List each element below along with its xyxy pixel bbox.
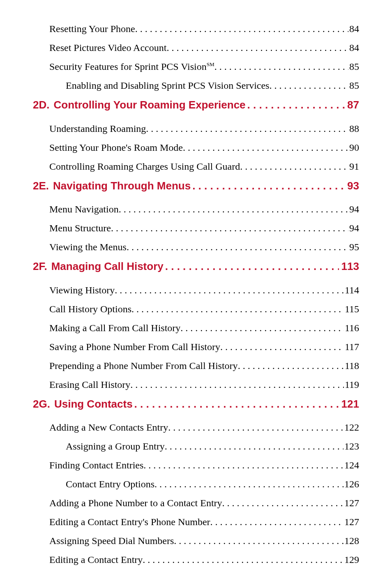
toc-entry-label: Resetting Your Phone [49, 23, 135, 35]
toc-leader-dots [246, 98, 345, 112]
toc-entry-page: 124 [344, 459, 359, 471]
toc-leader-dots [131, 303, 344, 315]
toc-leader-dots [183, 141, 348, 154]
toc-section-heading: 2G.Using Contacts121 [33, 397, 359, 411]
toc-entry-page: 119 [344, 378, 359, 391]
toc-entry-page: 122 [344, 421, 359, 434]
table-of-contents: Resetting Your Phone 84Reset Pictures Vi… [33, 23, 359, 566]
toc-section-heading: 2D.Controlling Your Roaming Experience87 [33, 98, 359, 112]
toc-entry-label-text: Saving a Phone Number From Call History [49, 341, 220, 352]
toc-entry-label: Menu Structure [49, 222, 111, 234]
toc-entry: Saving a Phone Number From Call History … [33, 341, 359, 353]
toc-entry: Understanding Roaming 88 [33, 122, 359, 135]
toc-entry-page: 127 [344, 497, 359, 509]
toc-entry-label: Enabling and Disabling Sprint PCS Vision… [66, 79, 269, 92]
toc-entry-page: 84 [348, 23, 359, 35]
toc-entry-label: Setting Your Phone's Roam Mode [49, 141, 183, 154]
toc-entry-label-text: Security Features for Sprint PCS Vision [49, 61, 207, 72]
toc-entry-label-text: Understanding Roaming [49, 123, 146, 134]
toc-entry-label-text: Viewing the Menus [49, 242, 127, 252]
toc-section-title: Managing Call History [51, 260, 164, 273]
toc-entry-label: Viewing History [49, 284, 115, 296]
toc-section-page: 113 [339, 260, 359, 273]
toc-entry-label-text: Controlling Roaming Charges Using Call G… [49, 161, 240, 172]
toc-leader-dots [133, 397, 339, 411]
toc-entry: Menu Navigation 94 [33, 203, 359, 215]
toc-leader-dots [180, 322, 344, 334]
toc-leader-dots [165, 440, 344, 452]
toc-leader-dots [168, 421, 344, 434]
toc-entry-label-text: Resetting Your Phone [49, 23, 135, 34]
toc-entry-label-text: Viewing History [49, 285, 115, 295]
toc-entry-label: Saving a Phone Number From Call History [49, 341, 220, 353]
toc-section-code: 2D. [33, 98, 53, 112]
toc-entry-page: 117 [344, 341, 359, 353]
toc-entry-label: Editing a Contact Entry's Phone Number [49, 516, 210, 528]
toc-entry-page: 115 [344, 303, 359, 315]
toc-leader-dots [222, 497, 344, 509]
toc-entry: Finding Contact Entries 124 [33, 459, 359, 471]
toc-entry-label-text: Enabling and Disabling Sprint PCS Vision… [66, 80, 269, 91]
toc-leader-dots [127, 241, 348, 253]
toc-leader-dots [210, 516, 344, 528]
toc-section-code: 2E. [33, 179, 53, 193]
toc-entry-page: 129 [344, 553, 359, 566]
toc-entry: Call History Options 115 [33, 303, 359, 315]
toc-leader-dots [191, 179, 345, 193]
toc-entry-label-text: Menu Navigation [49, 204, 119, 214]
toc-entry-page: 84 [348, 42, 359, 54]
toc-section-page: 87 [345, 98, 359, 112]
toc-entry-label-text: Making a Call From Call History [49, 323, 180, 333]
toc-entry-page: 118 [344, 360, 359, 372]
toc-entry-label-text: Assigning Speed Dial Numbers [49, 535, 174, 546]
toc-leader-dots [130, 378, 344, 391]
toc-section-page: 121 [339, 397, 359, 411]
toc-entry: Assigning a Group Entry 123 [33, 440, 359, 452]
toc-entry-page: 127 [344, 516, 359, 528]
toc-entry-page: 85 [348, 60, 359, 73]
toc-entry: Viewing the Menus 95 [33, 241, 359, 253]
toc-leader-dots [135, 23, 348, 35]
toc-entry-label-text: Editing a Contact Entry [49, 554, 143, 565]
toc-entry-page: 94 [348, 203, 359, 215]
toc-leader-dots [115, 284, 344, 296]
toc-entry: Resetting Your Phone 84 [33, 23, 359, 35]
toc-entry-label-text: Setting Your Phone's Roam Mode [49, 142, 183, 153]
toc-entry: Editing a Contact Entry 129 [33, 553, 359, 566]
toc-entry-label: Contact Entry Options [66, 478, 154, 490]
toc-entry-page: 116 [344, 322, 359, 334]
toc-entry-label: Reset Pictures Video Account [49, 42, 166, 54]
toc-entry: Controlling Roaming Charges Using Call G… [33, 160, 359, 173]
toc-entry-label-text: Menu Structure [49, 223, 111, 233]
toc-entry: Adding a New Contacts Entry 122 [33, 421, 359, 434]
toc-leader-dots [154, 478, 344, 490]
toc-entry-label: Erasing Call History [49, 378, 130, 391]
toc-entry-label: Prepending a Phone Number From Call Hist… [49, 360, 238, 372]
toc-section-page: 93 [345, 179, 359, 193]
toc-leader-dots [111, 222, 348, 234]
toc-section-title: Navigating Through Menus [53, 179, 191, 193]
toc-entry: Setting Your Phone's Roam Mode 90 [33, 141, 359, 154]
toc-entry-page: 91 [348, 160, 359, 173]
toc-leader-dots [143, 553, 344, 566]
toc-entry-label: Understanding Roaming [49, 122, 146, 135]
toc-entry-label-text: Adding a New Contacts Entry [49, 422, 168, 433]
toc-section-title: Controlling Your Roaming Experience [53, 98, 245, 112]
toc-entry-label: Viewing the Menus [49, 241, 127, 253]
toc-entry-page: 88 [348, 122, 359, 135]
toc-entry-label-text: Call History Options [49, 304, 131, 314]
toc-entry-page: 94 [348, 222, 359, 234]
toc-entry-page: 95 [348, 241, 359, 253]
toc-leader-dots [146, 122, 348, 135]
toc-entry-page: 126 [344, 478, 359, 490]
toc-entry: Reset Pictures Video Account 84 [33, 42, 359, 54]
toc-entry-label: Controlling Roaming Charges Using Call G… [49, 160, 240, 173]
toc-entry-page: 128 [344, 535, 359, 547]
toc-entry-label-text: Reset Pictures Video Account [49, 42, 166, 53]
toc-entry: Making a Call From Call History 116 [33, 322, 359, 334]
toc-entry-label: Finding Contact Entries [49, 459, 143, 471]
toc-leader-dots [214, 60, 348, 73]
service-mark-icon: SM [207, 61, 214, 67]
toc-leader-dots [166, 42, 348, 54]
toc-leader-dots [269, 79, 348, 92]
